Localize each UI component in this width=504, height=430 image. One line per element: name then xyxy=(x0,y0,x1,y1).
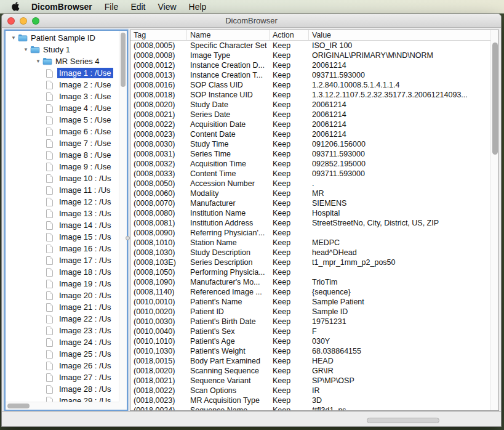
tree-node-image-16[interactable]: Image 16 : /Us xyxy=(6,243,119,254)
tree-node-image-7[interactable]: Image 7 : /Use xyxy=(6,137,119,149)
table-row[interactable]: (0010,1010)Patient's AgeKeep030Y xyxy=(130,336,490,346)
minimize-button[interactable] xyxy=(20,17,27,25)
table-row[interactable]: (0008,1030)Study DescriptionKeephead^DHe… xyxy=(130,248,490,258)
table-row[interactable]: (0008,0030)Study TimeKeep091206.156000 xyxy=(130,139,490,149)
table-row[interactable]: (0018,0022)Scan OptionsKeepIR xyxy=(130,386,490,396)
table-row[interactable]: (0008,0021)Series DateKeep20061214 xyxy=(130,110,490,120)
table-row[interactable]: (0018,0021)Sequence VariantKeepSP\MP\OSP xyxy=(130,376,490,386)
column-header-tag[interactable]: Tag xyxy=(130,30,187,40)
tree-node-image-15[interactable]: Image 15 : /Us xyxy=(6,231,119,243)
table-row[interactable]: (0008,1140)Referenced Image ...Keep{sequ… xyxy=(130,287,490,297)
cell-action: Keep xyxy=(270,297,309,307)
table-row[interactable]: (0008,0013)Instance Creation T...Keep093… xyxy=(130,70,490,80)
table-row[interactable]: (0008,0070)ManufacturerKeepSIEMENS xyxy=(130,198,490,208)
tree-node-image-29[interactable]: Image 29 : /Us xyxy=(6,395,119,402)
table-row[interactable]: (0010,1030)Patient's WeightKeep68.038864… xyxy=(130,346,490,356)
cell-name: Instance Creation D... xyxy=(187,60,270,70)
tree-node-mr-series-4[interactable]: ▼MR Series 4 xyxy=(6,55,119,67)
table-row[interactable]: (0008,0033)Content TimeKeep093711.593000 xyxy=(130,169,490,179)
tree-horizontal-scrollbar-thumb[interactable] xyxy=(7,404,30,408)
table-row[interactable]: (0010,0020)Patient IDKeepSample ID xyxy=(130,307,490,317)
tree-node-image-12[interactable]: Image 12 : /Us xyxy=(6,196,119,208)
tree-node-image-9[interactable]: Image 9 : /Use xyxy=(6,161,119,172)
document-icon xyxy=(46,221,57,230)
table-row[interactable]: (0018,0020)Scanning SequenceKeepGR\IR xyxy=(130,366,490,376)
tree-node-image-27[interactable]: Image 27 : /Us xyxy=(6,371,119,383)
table-row[interactable]: (0008,1010)Station NameKeepMEDPC xyxy=(130,238,490,248)
table-row[interactable]: (0008,0081)Institution AddressKeepStreet… xyxy=(130,218,490,228)
tree-node-image-14[interactable]: Image 14 : /Us xyxy=(6,219,119,231)
tree-vertical-scrollbar-thumb[interactable] xyxy=(121,33,126,87)
tree-vertical-scrollbar[interactable] xyxy=(119,31,127,402)
tree-node-image-10[interactable]: Image 10 : /Us xyxy=(6,172,119,184)
tree-node-image-17[interactable]: Image 17 : /Us xyxy=(6,254,119,266)
tree-node-image-4[interactable]: Image 4 : /Use xyxy=(6,102,119,114)
table-row[interactable]: (0018,0024)Sequence NameKeep*tfl3d1_ns xyxy=(130,405,490,410)
table-row[interactable]: (0008,0018)SOP Instance UIDKeep1.3.12.2.… xyxy=(130,90,490,100)
column-header-action[interactable]: Action xyxy=(270,30,309,40)
table-row[interactable]: (0008,0008)Image TypeKeepORIGINAL\PRIMAR… xyxy=(130,51,490,60)
tree-node-image-20[interactable]: Image 20 : /Us xyxy=(6,290,119,301)
table-row[interactable]: (0008,0060)ModalityKeepMR xyxy=(130,189,490,198)
disclosure-triangle-icon[interactable]: ▼ xyxy=(22,47,30,52)
tree-node-image-1[interactable]: Image 1 : /Use xyxy=(6,67,119,79)
table-row[interactable]: (0008,1050)Performing Physicia...Keep xyxy=(130,267,490,277)
tree-node-image-13[interactable]: Image 13 : /Us xyxy=(6,208,119,219)
cell-name: Performing Physicia... xyxy=(187,267,270,277)
tree-node-image-3[interactable]: Image 3 : /Use xyxy=(6,91,119,102)
tree-node-image-24[interactable]: Image 24 : /Us xyxy=(6,336,119,348)
table-row[interactable]: (0008,0012)Instance Creation D...Keep200… xyxy=(130,60,490,70)
tree-node-image-23[interactable]: Image 23 : /Us xyxy=(6,325,119,336)
table-row[interactable]: (0008,0023)Content DateKeep20061214 xyxy=(130,129,490,139)
menu-app-name[interactable]: DicomBrowser xyxy=(25,0,98,14)
table-row[interactable]: (0010,0040)Patient's SexKeepF xyxy=(130,327,490,336)
tree-node-image-5[interactable]: Image 5 : /Use xyxy=(6,114,119,126)
tree-node-image-6[interactable]: Image 6 : /Use xyxy=(6,126,119,137)
column-header-value[interactable]: Value xyxy=(309,30,498,40)
column-header-name[interactable]: Name xyxy=(187,30,270,40)
table-vertical-scrollbar[interactable] xyxy=(490,30,498,410)
tree-node-image-28[interactable]: Image 28 : /Us xyxy=(6,383,119,395)
tree-node-image-21[interactable]: Image 21 : /Us xyxy=(6,301,119,313)
table-row[interactable]: (0008,1090)Manufacturer's Mo...KeepTrioT… xyxy=(130,277,490,287)
table-row[interactable]: (0008,0020)Study DateKeep20061214 xyxy=(130,100,490,110)
title-bar[interactable]: DicomBrowser xyxy=(2,14,501,28)
zoom-button[interactable] xyxy=(32,17,39,25)
cell-tag: (0008,0022) xyxy=(130,120,187,129)
tree-node-image-25[interactable]: Image 25 : /Us xyxy=(6,348,119,360)
split-pane-divider-handle[interactable] xyxy=(126,236,130,240)
tree-horizontal-scrollbar[interactable] xyxy=(6,402,119,410)
close-button[interactable] xyxy=(7,17,15,25)
table-row[interactable]: (0010,0010)Patient's NameKeepSample Pati… xyxy=(130,297,490,307)
table-row[interactable]: (0008,103E)Series DescriptionKeept1_mpr_… xyxy=(130,258,490,267)
table-horizontal-scrollbar-thumb[interactable] xyxy=(367,418,439,423)
tree-node-image-19[interactable]: Image 19 : /Us xyxy=(6,278,119,290)
table-row[interactable]: (0008,0090)Referring Physician'...Keep xyxy=(130,228,490,238)
table-row[interactable]: (0008,0032)Acquisition TimeKeep092852.19… xyxy=(130,159,490,169)
table-row[interactable]: (0008,0016)SOP Class UIDKeep1.2.840.1000… xyxy=(130,80,490,90)
table-row[interactable]: (0008,0050)Accession NumberKeep. xyxy=(130,179,490,189)
tree-node-image-22[interactable]: Image 22 : /Us xyxy=(6,313,119,325)
tree-node-image-26[interactable]: Image 26 : /Us xyxy=(6,360,119,371)
tree-node-image-8[interactable]: Image 8 : /Use xyxy=(6,149,119,161)
tree-node-image-2[interactable]: Image 2 : /Use xyxy=(6,79,119,91)
apple-icon[interactable] xyxy=(12,2,20,11)
disclosure-triangle-icon[interactable]: ▼ xyxy=(9,35,18,41)
table-row[interactable]: (0018,0023)MR Acquisition TypeKeep3D xyxy=(130,396,490,405)
table-row[interactable]: (0008,0005)Specific Character SetKeepISO… xyxy=(130,41,490,51)
table-row[interactable]: (0018,0015)Body Part ExaminedKeepHEAD xyxy=(130,356,490,366)
tree-node-image-11[interactable]: Image 11 : /Us xyxy=(6,184,119,196)
table-row[interactable]: (0008,0080)Institution NameKeepHospital xyxy=(130,208,490,218)
table-vertical-scrollbar-thumb[interactable] xyxy=(492,43,498,155)
disclosure-triangle-icon[interactable]: ▼ xyxy=(34,59,42,64)
tree-node-patient-sample-id[interactable]: ▼Patient Sample ID xyxy=(6,32,119,44)
table-row[interactable]: (0008,0022)Acquisition DateKeep20061214 xyxy=(130,120,490,129)
table-row[interactable]: (0008,0031)Series TimeKeep093711.593000 xyxy=(130,149,490,159)
menu-view[interactable]: View xyxy=(152,0,183,14)
menu-edit[interactable]: Edit xyxy=(124,0,151,14)
tree-node-study-1[interactable]: ▼Study 1 xyxy=(6,44,119,55)
menu-help[interactable]: Help xyxy=(183,0,213,14)
tree-node-image-18[interactable]: Image 18 : /Us xyxy=(6,266,119,278)
table-row[interactable]: (0010,0030)Patient's Birth DateKeep19751… xyxy=(130,317,490,327)
menu-file[interactable]: File xyxy=(98,0,125,14)
